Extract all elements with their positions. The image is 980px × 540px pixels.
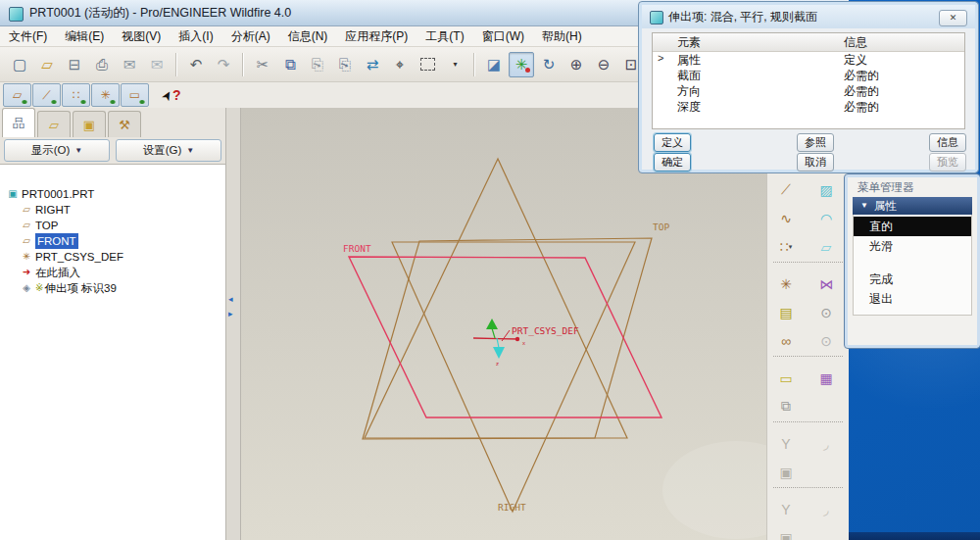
chain-tool-icon[interactable]: ∞ — [772, 328, 800, 354]
menu-信息(N)[interactable]: 信息(N) — [279, 26, 337, 46]
feature-toolbar-row: Y◞ — [767, 495, 849, 523]
menu-section-attributes[interactable]: ▼ 属性 — [853, 197, 972, 215]
menu-插入(I)[interactable]: 插入(I) — [170, 26, 221, 46]
regenerate-icon[interactable]: ⇄ — [360, 52, 385, 77]
redo-icon[interactable]: ↷ — [211, 52, 236, 77]
info-button[interactable]: 信息 — [929, 133, 966, 152]
shaded-view-icon[interactable]: ◪ — [481, 52, 507, 77]
dialog-icon — [650, 11, 663, 25]
annotation-display-toggle[interactable]: ▭ — [121, 83, 149, 107]
draft-tool-icon[interactable]: Y — [772, 431, 800, 457]
menu-item-完成[interactable]: 完成 — [854, 270, 971, 289]
datum-point-tool-icon[interactable]: ∷▾ — [772, 234, 800, 260]
element-row-方向[interactable]: 方向必需的 — [653, 83, 964, 99]
menu-item-退出[interactable]: 退出 — [854, 289, 971, 309]
tree-item-TOP[interactable]: ▱TOP — [0, 218, 225, 233]
project-curve-icon[interactable]: ⊙ — [812, 300, 840, 325]
find-icon[interactable]: ⌖ — [387, 52, 413, 77]
draft-tool-2-icon[interactable]: Y — [772, 497, 800, 522]
wrap-curve-icon[interactable]: ⊙ — [812, 328, 840, 354]
tab-folder-browser[interactable]: ▱ — [37, 111, 71, 137]
fill-pattern-icon[interactable]: ▦ — [812, 366, 840, 391]
panel-splitter[interactable]: ◂ ▸ — [225, 108, 241, 540]
menu-文件(F)[interactable]: 文件(F) — [0, 26, 56, 46]
point-display-toggle[interactable]: ∷ — [62, 83, 90, 107]
tab-model-tree[interactable]: 品 — [2, 108, 35, 137]
cancel-button[interactable]: 取消 — [797, 153, 834, 172]
element-row-截面[interactable]: 截面必需的 — [653, 68, 964, 83]
zoom-out-icon[interactable]: ⊖ — [591, 52, 616, 77]
show-button[interactable]: 显示(O) ▼ — [4, 139, 110, 162]
element-row-深度[interactable]: 深度必需的 — [653, 99, 964, 115]
tree-item-PRT0001.PRT[interactable]: ▣PRT0001.PRT — [0, 186, 225, 202]
csys-display-toggle[interactable]: ✳ — [91, 83, 120, 107]
top-plane-label[interactable]: TOP — [653, 221, 669, 232]
menu-应用程序(P)[interactable]: 应用程序(P) — [336, 26, 416, 46]
menu-编辑(E)[interactable]: 编辑(E) — [56, 26, 113, 46]
zoom-in-icon[interactable]: ⊕ — [564, 52, 589, 77]
element-row-属性[interactable]: >属性定义 — [653, 52, 964, 68]
tree-item-PRT_CSYS_DEF[interactable]: ✳PRT_CSYS_DEF — [0, 249, 225, 265]
undo-icon[interactable]: ↶ — [183, 52, 209, 77]
copy-geometry-icon[interactable]: ⧉ — [772, 394, 800, 419]
preview-button[interactable]: 预览 — [929, 153, 966, 172]
mail-attach-icon[interactable]: ✉ — [144, 52, 170, 77]
expand-right-icon[interactable]: ▸ — [228, 309, 233, 319]
feature-toolbar-row: ✳⋈ — [767, 270, 849, 298]
surface-boundary-icon[interactable]: ◠ — [812, 206, 840, 231]
menu-分析(A)[interactable]: 分析(A) — [222, 26, 279, 46]
ok-button[interactable]: 确定 — [654, 153, 691, 172]
tree-item-RIGHT[interactable]: ▱RIGHT — [0, 202, 225, 218]
tree-item-伸出项 标识39[interactable]: ◈※伸出项 标识39 — [0, 280, 225, 296]
menu-item-光滑[interactable]: 光滑 — [854, 236, 971, 256]
menu-帮助(H)[interactable]: 帮助(H) — [533, 26, 591, 46]
save-icon[interactable]: ⊟ — [62, 52, 87, 77]
graphics-area[interactable]: x z FRONT TOP RIGHT PRT_CSYS_DEF — [241, 108, 766, 540]
datum-axis-display-toggle[interactable]: ⟋ — [32, 83, 61, 107]
menu-工具(T)[interactable]: 工具(T) — [416, 26, 472, 46]
spline-tool-icon[interactable]: ∿ — [772, 206, 800, 231]
surface-blend-icon[interactable]: ▨ — [812, 177, 840, 203]
menu-窗口(W)[interactable]: 窗口(W) — [473, 26, 533, 46]
selection-dropdown-icon[interactable]: ▾ — [442, 52, 467, 77]
tree-item-在此插入[interactable]: ➜在此插入 — [0, 265, 225, 280]
paste-icon[interactable]: ⎘ — [305, 52, 330, 77]
front-plane-label[interactable]: FRONT — [343, 243, 371, 254]
taskbar-edge[interactable] — [845, 532, 980, 540]
print-icon[interactable]: ⎙ — [89, 52, 115, 77]
round-tool-icon[interactable]: ◞ — [812, 497, 840, 522]
mail-icon[interactable]: ✉ — [117, 52, 142, 77]
rib-tool-icon[interactable]: ◞ — [812, 431, 840, 457]
refs-button[interactable]: 参照 — [797, 133, 834, 152]
tree-item-FRONT[interactable]: ▱FRONT — [0, 233, 225, 249]
collapse-left-icon[interactable]: ◂ — [228, 294, 233, 304]
menu-视图(V)[interactable]: 视图(V) — [113, 26, 170, 46]
dialog-title-bar[interactable]: 伸出项: 混合, 平行, 规则截面 ✕ — [642, 5, 975, 28]
datum-csys-tool-icon[interactable]: ✳ — [772, 271, 800, 297]
tab-favorites[interactable]: ▣ — [73, 111, 106, 137]
reorient-view-icon[interactable]: ↻ — [536, 52, 562, 77]
merge-quilts-icon[interactable]: ⋈ — [812, 271, 840, 297]
note-tool-icon[interactable]: ▭ — [772, 366, 800, 391]
spin-center-icon[interactable]: ✳ — [509, 52, 534, 77]
open-file-icon[interactable]: ▱ — [34, 52, 60, 77]
paste-special-icon[interactable]: ⎘ — [332, 52, 358, 77]
tab-connections[interactable]: ⚒ — [108, 111, 141, 137]
shell-tool-2-icon[interactable]: ▣ — [772, 525, 800, 540]
surface-quilt-icon[interactable]: ▱ — [812, 234, 840, 260]
model-view[interactable]: x z FRONT TOP RIGHT PRT_CSYS_DEF — [241, 108, 766, 540]
selection-filter-icon[interactable] — [415, 52, 440, 77]
line-tool-icon[interactable]: ⟋ — [772, 177, 800, 203]
dimension-tool-icon[interactable]: ▤ — [772, 300, 800, 325]
menu-item-直的[interactable]: 直的 — [854, 217, 971, 236]
define-button[interactable]: 定义 — [654, 133, 691, 152]
new-file-icon[interactable]: ▢ — [7, 52, 32, 77]
datum-plane-display-toggle[interactable]: ▱ — [3, 83, 31, 107]
cut-icon[interactable]: ✂ — [250, 52, 275, 77]
copy-icon[interactable]: ⧉ — [277, 52, 303, 77]
close-icon[interactable]: ✕ — [939, 10, 967, 26]
right-plane-label[interactable]: RIGHT — [498, 502, 526, 513]
settings-button[interactable]: 设置(G) ▼ — [116, 139, 221, 162]
csys-label[interactable]: PRT_CSYS_DEF — [512, 325, 579, 336]
shell-tool-icon[interactable]: ▣ — [772, 460, 800, 485]
